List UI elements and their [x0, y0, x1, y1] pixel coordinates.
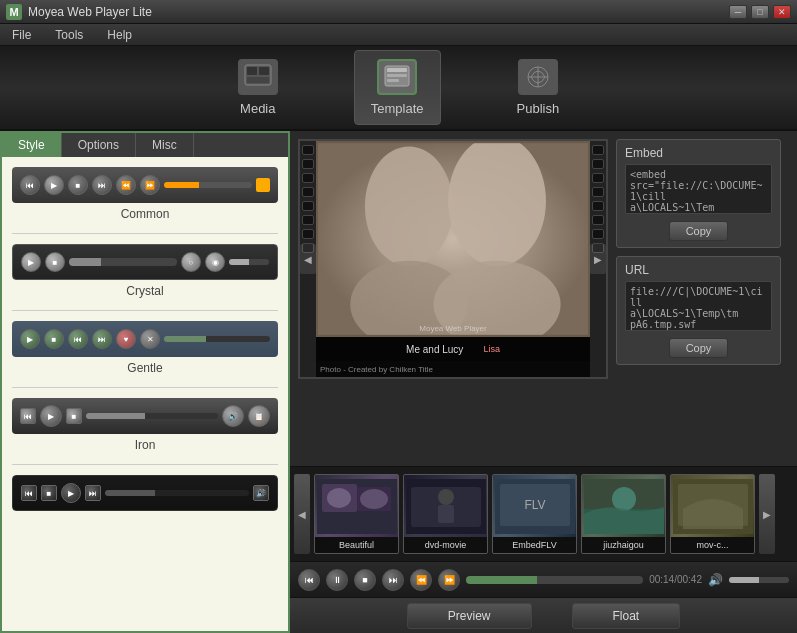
play-btn-crystal[interactable]: ▶ — [21, 252, 41, 272]
thumb-nav-left[interactable]: ◀ — [294, 474, 310, 554]
stop-btn-crystal[interactable]: ■ — [45, 252, 65, 272]
titlebar: M Moyea Web Player Lite ─ □ ✕ — [0, 0, 797, 24]
menu-file[interactable]: File — [8, 26, 35, 44]
url-copy-button[interactable]: Copy — [669, 338, 729, 358]
film-hole — [302, 215, 314, 225]
vol-icon-common — [256, 178, 270, 192]
style-common[interactable]: ⏮ ▶ ■ ⏭ ⏪ ⏩ Common — [12, 167, 278, 221]
next-gentle[interactable]: ⏭ — [92, 329, 112, 349]
media-label: Media — [240, 101, 275, 116]
film-hole — [592, 201, 604, 211]
video-main-image: Moyea Web Player — [316, 141, 590, 337]
thumb-nav-right[interactable]: ▶ — [759, 474, 775, 554]
play-iron[interactable]: ▶ — [40, 405, 62, 427]
next-dark[interactable]: ⏭ — [85, 485, 101, 501]
prev-btn-common[interactable]: ⏪ — [116, 175, 136, 195]
preview-nav-right[interactable]: ▶ — [590, 244, 606, 274]
stop-iron[interactable]: ■ — [66, 408, 82, 424]
url-title: URL — [625, 263, 772, 277]
style-bar-common: ⏮ ▶ ■ ⏭ ⏪ ⏩ — [12, 167, 278, 203]
minimize-button[interactable]: ─ — [729, 5, 747, 19]
preview-button[interactable]: Preview — [407, 603, 532, 629]
media-icon — [238, 59, 278, 95]
prev-gentle[interactable]: ⏮ — [68, 329, 88, 349]
style-iron[interactable]: ⏮ ▶ ■ 🔊 📋 Iron — [12, 398, 278, 452]
tab-options[interactable]: Options — [62, 133, 136, 157]
prev-dark[interactable]: ⏮ — [21, 485, 37, 501]
toolbar-publish[interactable]: Publish — [501, 51, 576, 124]
thumb-dvd[interactable]: dvd-movie — [403, 474, 488, 554]
divider-2 — [12, 310, 278, 311]
vol2-iron[interactable]: 📋 — [248, 405, 270, 427]
seek-iron[interactable] — [86, 413, 218, 419]
heart-gentle[interactable]: ♥ — [116, 329, 136, 349]
toolbar-media[interactable]: Media — [222, 51, 294, 124]
seek-crystal[interactable] — [69, 258, 177, 266]
prev-iron[interactable]: ⏮ — [20, 408, 36, 424]
maximize-button[interactable]: □ — [751, 5, 769, 19]
x-gentle[interactable]: ✕ — [140, 329, 160, 349]
embed-url-panel: Embed <embed src="file://C:\DOCUME~1\cil… — [608, 139, 789, 458]
thumb-img-embedflv: FLV — [493, 475, 576, 537]
tab-misc[interactable]: Misc — [136, 133, 194, 157]
seek-gentle[interactable] — [164, 336, 270, 342]
stop-btn-common[interactable]: ■ — [68, 175, 88, 195]
divider-3 — [12, 387, 278, 388]
svg-point-20 — [327, 488, 351, 508]
vol-dark[interactable]: 🔊 — [253, 485, 269, 501]
style-gentle[interactable]: ▶ ■ ⏮ ⏭ ♥ ✕ Gentle — [12, 321, 278, 375]
thumb-mov[interactable]: mov-c... — [670, 474, 755, 554]
volume-icon: 🔊 — [708, 573, 723, 587]
vol2-crystal[interactable]: ◉ — [205, 252, 225, 272]
close-button[interactable]: ✕ — [773, 5, 791, 19]
divider-1 — [12, 233, 278, 234]
seek-dark[interactable] — [105, 490, 249, 496]
player-pause[interactable]: ⏸ — [326, 569, 348, 591]
svg-point-21 — [360, 489, 388, 509]
embed-code-input[interactable]: <embed src="file://C:\DOCUME~1\cill a\LO… — [625, 164, 772, 214]
seek-bar[interactable] — [466, 576, 643, 584]
thumb-jiuzhaigou[interactable]: jiuzhaigou — [581, 474, 666, 554]
float-button[interactable]: Float — [572, 603, 681, 629]
volume-slider[interactable] — [729, 577, 789, 583]
play-btn-common[interactable]: ▶ — [44, 175, 64, 195]
svg-text:FLV: FLV — [524, 498, 545, 512]
menu-help[interactable]: Help — [103, 26, 136, 44]
player-next[interactable]: ⏩ — [438, 569, 460, 591]
preview-nav-left[interactable]: ◀ — [300, 244, 316, 274]
progress-common[interactable] — [164, 182, 252, 188]
play-dark[interactable]: ▶ — [61, 483, 81, 503]
time-total: 00:42 — [677, 574, 702, 585]
player-forward[interactable]: ⏭ — [382, 569, 404, 591]
video-info: Photo - Created by Chilken Title — [316, 361, 590, 377]
forward-btn-common[interactable]: ⏭ — [92, 175, 112, 195]
player-stop[interactable]: ■ — [354, 569, 376, 591]
next-btn-common[interactable]: ⏩ — [140, 175, 160, 195]
menu-tools[interactable]: Tools — [51, 26, 87, 44]
stop-btn-gentle[interactable]: ■ — [44, 329, 64, 349]
stop-dark[interactable]: ■ — [41, 485, 57, 501]
url-input[interactable]: file:///C|\DOCUME~1\cill a\LOCALS~1\Temp… — [625, 281, 772, 331]
toolbar-template[interactable]: Template — [354, 50, 441, 125]
film-hole — [302, 159, 314, 169]
embed-copy-button[interactable]: Copy — [669, 221, 729, 241]
film-hole — [302, 201, 314, 211]
play-btn-gentle[interactable]: ▶ — [20, 329, 40, 349]
rewind-btn-common[interactable]: ⏮ — [20, 175, 40, 195]
vol1-crystal[interactable]: ○ — [181, 252, 201, 272]
thumb-embedflv[interactable]: FLV EmbedFLV — [492, 474, 577, 554]
film-hole — [302, 187, 314, 197]
svg-point-13 — [448, 141, 546, 266]
thumb-label-jiuzhaigou: jiuzhaigou — [582, 537, 665, 553]
player-rewind[interactable]: ⏮ — [298, 569, 320, 591]
style-crystal[interactable]: ▶ ■ ○ ◉ Crystal — [12, 244, 278, 298]
player-prev[interactable]: ⏪ — [410, 569, 432, 591]
vol1-iron[interactable]: 🔊 — [222, 405, 244, 427]
thumb-beautiful[interactable]: Beautiful — [314, 474, 399, 554]
film-hole — [302, 229, 314, 239]
vol-bar-crystal[interactable] — [229, 259, 269, 265]
svg-rect-6 — [387, 74, 407, 77]
style-dark[interactable]: ⏮ ■ ▶ ⏭ 🔊 — [12, 475, 278, 511]
menubar: File Tools Help — [0, 24, 797, 46]
tab-style[interactable]: Style — [2, 133, 62, 157]
